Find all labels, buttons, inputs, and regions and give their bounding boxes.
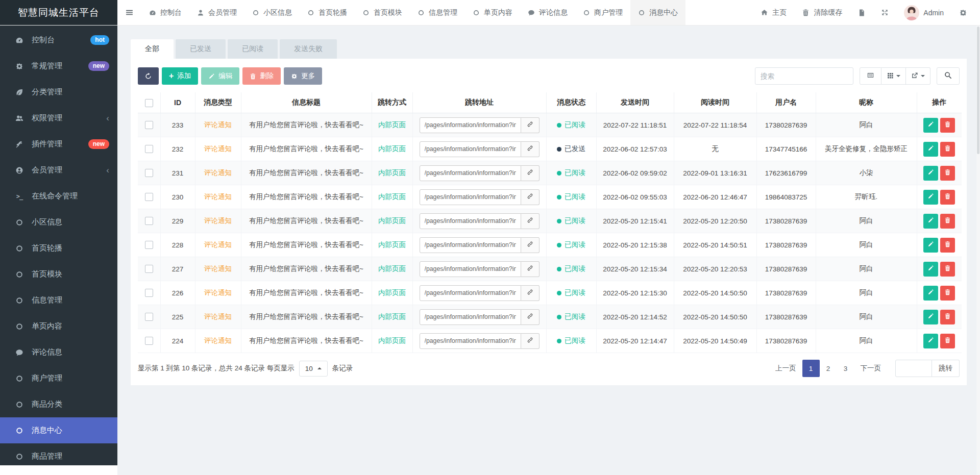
column-header-5[interactable]: 消息状态 [546, 92, 596, 113]
sidebar-item-info-manage[interactable]: 信息管理 [0, 287, 117, 313]
open-link-button[interactable] [521, 309, 540, 325]
sidebar-item-members[interactable]: 会员管理‹ [0, 157, 117, 183]
open-link-button[interactable] [521, 165, 540, 181]
refresh-button[interactable] [138, 67, 159, 85]
language-button[interactable] [850, 0, 873, 25]
sidebar-item-auth[interactable]: 权限管理‹ [0, 105, 117, 131]
tab-all[interactable]: 全部 [131, 39, 174, 59]
sidebar-toggle-button[interactable] [117, 0, 141, 25]
delete-row-button[interactable] [940, 238, 955, 253]
sidebar-item-general[interactable]: 常规管理new [0, 53, 117, 79]
jump-url-input[interactable] [420, 165, 521, 181]
topnav-item-home-carousel[interactable]: 首页轮播 [300, 0, 355, 25]
jump-url-input[interactable] [420, 237, 521, 253]
row-checkbox[interactable] [145, 217, 153, 225]
edit-button[interactable]: 编辑 [201, 67, 239, 85]
edit-row-button[interactable] [923, 334, 938, 348]
open-link-button[interactable] [521, 333, 540, 349]
tab-failed[interactable]: 发送失败 [280, 39, 337, 59]
open-link-button[interactable] [521, 141, 540, 157]
open-link-button[interactable] [521, 285, 540, 301]
search-submit-button[interactable] [937, 67, 960, 85]
topnav-item-merchants[interactable]: 商户管理 [575, 0, 630, 25]
edit-row-button[interactable] [923, 190, 938, 205]
column-header-4[interactable]: 跳转地址 [412, 92, 546, 113]
row-checkbox[interactable] [145, 145, 153, 153]
jump-url-input[interactable] [420, 333, 521, 349]
sidebar-item-community-info[interactable]: 小区信息 [0, 209, 117, 235]
topnav-item-community-info[interactable]: 小区信息 [244, 0, 300, 25]
jump-url-input[interactable] [420, 309, 521, 325]
column-header-7[interactable]: 阅读时间 [674, 92, 756, 113]
settings-button[interactable] [951, 0, 975, 25]
topnav-item-members[interactable]: 会员管理 [189, 0, 244, 25]
delete-row-button[interactable] [940, 214, 955, 229]
row-checkbox[interactable] [145, 193, 153, 201]
add-button[interactable]: +添加 [162, 67, 198, 85]
jump-page-input[interactable] [895, 360, 932, 377]
sidebar-item-single-page[interactable]: 单页内容 [0, 313, 117, 339]
topnav-item-single-page[interactable]: 单页内容 [465, 0, 520, 25]
page-button-2[interactable]: 2 [820, 360, 837, 377]
jump-url-input[interactable] [420, 261, 521, 277]
row-checkbox[interactable] [145, 121, 153, 129]
page-size-select[interactable]: 10 [299, 361, 328, 377]
admin-menu[interactable]: Admin [896, 0, 951, 25]
sidebar-item-comments[interactable]: 评论信息 [0, 339, 117, 365]
column-header-1[interactable]: 消息类型 [195, 92, 241, 113]
toggle-view-button[interactable] [860, 67, 881, 85]
topnav-item-comments[interactable]: 评论信息 [520, 0, 575, 25]
sidebar-item-addons[interactable]: 插件管理new [0, 131, 117, 157]
sidebar-item-home-carousel[interactable]: 首页轮播 [0, 235, 117, 261]
open-link-button[interactable] [521, 189, 540, 205]
column-header-2[interactable]: 信息标题 [241, 92, 372, 113]
row-checkbox[interactable] [145, 337, 153, 345]
jump-page-button[interactable]: 跳转 [932, 360, 960, 377]
delete-row-button[interactable] [940, 142, 955, 157]
row-checkbox[interactable] [145, 313, 153, 321]
tab-read[interactable]: 已阅读 [228, 39, 278, 59]
sidebar-item-goods-category[interactable]: 商品分类 [0, 391, 117, 417]
column-header-10[interactable]: 操作 [917, 92, 962, 113]
open-link-button[interactable] [521, 237, 540, 253]
prev-page-button[interactable]: 上一页 [769, 360, 802, 377]
fullscreen-button[interactable] [873, 0, 896, 25]
row-checkbox[interactable] [145, 169, 153, 177]
column-header-9[interactable]: 昵称 [816, 92, 917, 113]
row-checkbox[interactable] [145, 241, 153, 249]
topnav-item-home-modules[interactable]: 首页模块 [355, 0, 410, 25]
edit-row-button[interactable] [923, 166, 938, 181]
edit-row-button[interactable] [923, 214, 938, 229]
more-button[interactable]: 更多 [284, 67, 322, 85]
edit-row-button[interactable] [923, 118, 938, 133]
jump-url-input[interactable] [420, 117, 521, 133]
jump-url-input[interactable] [420, 141, 521, 157]
scrollbar[interactable] [976, 26, 980, 475]
open-link-button[interactable] [521, 117, 540, 133]
tab-sent[interactable]: 已发送 [176, 39, 226, 59]
sidebar-item-merchants[interactable]: 商户管理 [0, 365, 117, 391]
delete-row-button[interactable] [940, 334, 955, 348]
column-header-0[interactable]: ID [160, 92, 195, 113]
sidebar-item-console[interactable]: 控制台hot [0, 27, 117, 53]
edit-row-button[interactable] [923, 142, 938, 157]
edit-row-button[interactable] [923, 286, 938, 301]
sidebar-item-category[interactable]: 分类管理 [0, 79, 117, 105]
topnav-item-info-manage[interactable]: 信息管理 [410, 0, 465, 25]
sidebar-item-home-modules[interactable]: 首页模块 [0, 261, 117, 287]
delete-row-button[interactable] [940, 286, 955, 301]
sidebar-item-message-center[interactable]: 消息中心 [0, 417, 117, 443]
row-checkbox[interactable] [145, 265, 153, 273]
edit-row-button[interactable] [923, 238, 938, 253]
jump-url-input[interactable] [420, 189, 521, 205]
select-all-checkbox[interactable] [145, 99, 153, 107]
sidebar-item-commands[interactable]: >_在线命令管理 [0, 183, 117, 209]
next-page-button[interactable]: 下一页 [854, 360, 888, 377]
export-button[interactable] [906, 67, 930, 85]
column-header-3[interactable]: 跳转方式 [372, 92, 412, 113]
column-header-8[interactable]: 用户名 [756, 92, 816, 113]
topnav-item-console[interactable]: 控制台 [141, 0, 189, 25]
edit-row-button[interactable] [923, 262, 938, 277]
jump-url-input[interactable] [420, 285, 521, 301]
row-checkbox[interactable] [145, 289, 153, 297]
